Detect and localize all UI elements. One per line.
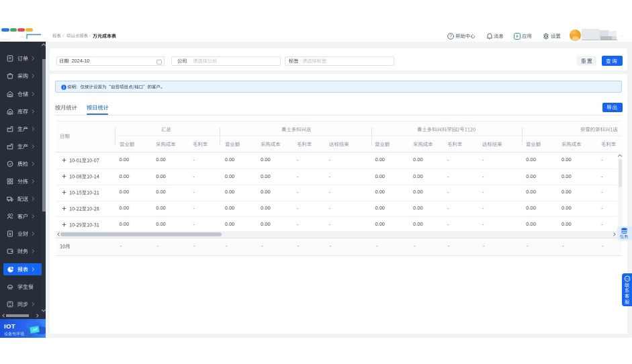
- svg-text:?: ?: [449, 34, 452, 38]
